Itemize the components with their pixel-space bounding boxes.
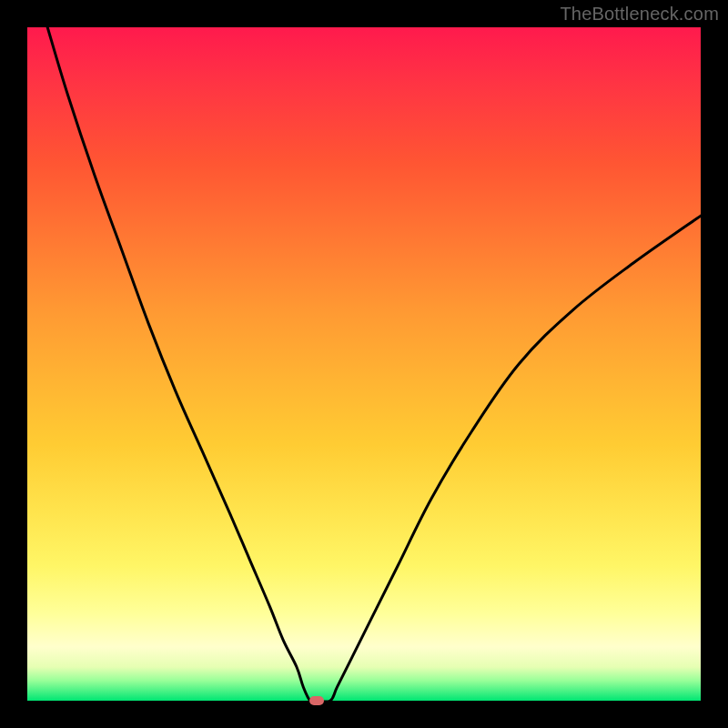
watermark: TheBottleneck.com [560,4,719,25]
curve-svg [27,27,701,701]
plot-area [27,27,701,701]
curve-path [47,27,701,701]
optimum-marker [309,696,324,705]
frame: TheBottleneck.com [0,0,728,728]
